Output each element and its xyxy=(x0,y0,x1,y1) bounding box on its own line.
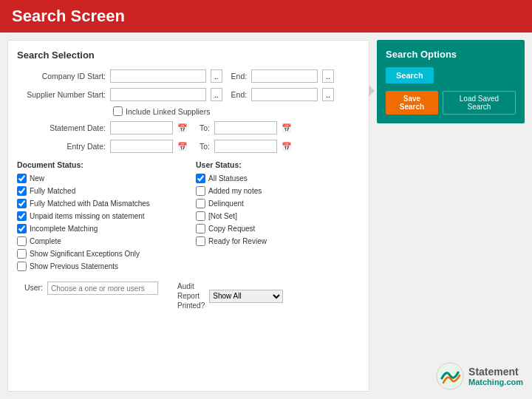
statement-date-label: Statement Date: xyxy=(17,123,106,132)
user-status-all-label: All Statuses xyxy=(208,174,248,183)
user-status-copy-checkbox[interactable] xyxy=(196,224,205,233)
supplier-number-start-input[interactable] xyxy=(110,88,206,101)
company-id-start-dots[interactable]: .. xyxy=(211,69,222,83)
doc-status-fully-matched-label: Fully Matched xyxy=(30,187,75,195)
user-status-notes-label: Added my notes xyxy=(208,187,262,195)
user-status-delinquent: Delinquent xyxy=(196,199,360,208)
user-select-input[interactable] xyxy=(47,282,158,295)
entry-date-row: Entry Date: 📅 To: 📅 xyxy=(17,140,360,153)
user-status-col: User Status: All Statuses Added my notes… xyxy=(196,160,360,274)
supplier-number-end-input[interactable] xyxy=(251,88,318,101)
search-action-buttons: Save Search Load Saved Search xyxy=(386,91,516,115)
user-status-review: Ready for Review xyxy=(196,236,360,246)
search-options-title: Search Options xyxy=(386,49,516,60)
include-linked-label: Include Linked Suppliers xyxy=(126,107,210,116)
doc-status-fully-matched-mismatches-label: Fully Matched with Data Mismatches xyxy=(30,200,150,208)
company-id-end-input[interactable] xyxy=(251,69,318,83)
entry-date-start-calendar-icon[interactable]: 📅 xyxy=(177,142,188,151)
user-status-copy-label: Copy Request xyxy=(208,225,255,233)
user-status-copy: Copy Request xyxy=(196,224,360,233)
statement-date-end-input[interactable] xyxy=(214,121,277,134)
doc-status-significant-label: Show Significant Exceptions Only xyxy=(30,250,140,258)
user-field-label: User: xyxy=(17,282,43,292)
status-section: Document Status: New Fully Matched Fully… xyxy=(17,160,360,274)
doc-status-complete: Complete xyxy=(17,236,181,246)
doc-status-fully-matched-checkbox[interactable] xyxy=(17,186,27,196)
doc-status-new-label: New xyxy=(30,174,44,183)
statement-date-start-input[interactable] xyxy=(110,121,173,134)
doc-status-previous-label: Show Previous Statements xyxy=(30,262,118,270)
user-status-title: User Status: xyxy=(196,160,360,169)
include-linked-checkbox[interactable] xyxy=(113,106,123,116)
user-status-delinquent-label: Delinquent xyxy=(208,200,244,208)
arrow-indicator xyxy=(369,85,375,97)
doc-status-new-checkbox[interactable] xyxy=(17,174,27,183)
logo-statement-text: Statement xyxy=(468,366,523,378)
doc-status-significant-checkbox[interactable] xyxy=(17,249,27,259)
user-status-not-set: [Not Set] xyxy=(196,211,360,221)
doc-status-significant: Show Significant Exceptions Only xyxy=(17,249,181,259)
company-id-row: Company ID Start: .. End: .. xyxy=(17,69,360,83)
logo-matching-text: Matching.com xyxy=(468,378,523,386)
logo-icon xyxy=(436,362,464,390)
statement-date-start-calendar-icon[interactable]: 📅 xyxy=(177,123,188,133)
main-panel: Search Selection Company ID Start: .. En… xyxy=(7,40,369,392)
doc-status-complete-checkbox[interactable] xyxy=(17,236,27,246)
search-options-panel: Search Options Search Save Search Load S… xyxy=(377,40,525,123)
logo-area: Statement Matching.com xyxy=(436,362,523,390)
doc-status-incomplete: Incomplete Matching xyxy=(17,224,181,233)
doc-status-new: New xyxy=(17,174,181,183)
user-status-notes: Added my notes xyxy=(196,186,360,196)
doc-status-previous-checkbox[interactable] xyxy=(17,262,27,271)
user-status-notes-checkbox[interactable] xyxy=(196,186,205,196)
entry-date-end-input[interactable] xyxy=(214,140,277,153)
save-search-button[interactable]: Save Search xyxy=(386,91,438,115)
audit-report-select[interactable]: Show All Yes No xyxy=(209,290,283,303)
document-status-col: Document Status: New Fully Matched Fully… xyxy=(17,160,181,274)
company-id-start-input[interactable] xyxy=(110,69,206,83)
supplier-number-end-dots[interactable]: .. xyxy=(322,88,334,101)
load-saved-search-button[interactable]: Load Saved Search xyxy=(443,91,516,115)
doc-status-unpaid-label: Unpaid items missing on statement xyxy=(30,212,145,220)
doc-status-fully-matched: Fully Matched xyxy=(17,186,181,196)
doc-status-previous: Show Previous Statements xyxy=(17,262,181,271)
doc-status-fully-matched-mismatches-checkbox[interactable] xyxy=(17,199,27,208)
company-id-end-label: End: xyxy=(231,72,248,81)
company-id-start-label: Company ID Start: xyxy=(17,72,106,81)
doc-status-complete-label: Complete xyxy=(30,237,61,245)
entry-date-start-input[interactable] xyxy=(110,140,173,153)
doc-status-unpaid-checkbox[interactable] xyxy=(17,211,27,221)
document-status-title: Document Status: xyxy=(17,160,181,169)
sidebar: Search Options Search Save Search Load S… xyxy=(377,40,525,392)
supplier-number-start-label: Supplier Number Start: xyxy=(17,90,106,99)
supplier-number-end-label: End: xyxy=(231,90,248,99)
doc-status-incomplete-label: Incomplete Matching xyxy=(30,225,98,233)
supplier-number-start-dots[interactable]: .. xyxy=(211,88,222,101)
user-status-all-checkbox[interactable] xyxy=(196,174,205,183)
user-status-review-checkbox[interactable] xyxy=(196,236,205,246)
statement-date-end-calendar-icon[interactable]: 📅 xyxy=(282,123,292,133)
search-button[interactable]: Search xyxy=(386,67,434,83)
user-status-all: All Statuses xyxy=(196,174,360,183)
statement-date-to-label: To: xyxy=(200,123,210,132)
statement-date-row: Statement Date: 📅 To: 📅 xyxy=(17,121,360,134)
audit-section: Audit Report Printed? Show All Yes No xyxy=(177,282,283,310)
user-status-delinquent-checkbox[interactable] xyxy=(196,199,205,208)
doc-status-incomplete-checkbox[interactable] xyxy=(17,224,27,233)
entry-date-end-calendar-icon[interactable]: 📅 xyxy=(282,142,292,151)
supplier-number-row: Supplier Number Start: .. End: .. xyxy=(17,88,360,101)
logo-text-block: Statement Matching.com xyxy=(468,366,523,386)
user-status-review-label: Ready for Review xyxy=(208,237,267,245)
user-status-not-set-label: [Not Set] xyxy=(208,212,237,220)
audit-report-label: Audit Report Printed? xyxy=(177,282,205,310)
header: Search Screen xyxy=(0,0,532,33)
doc-status-fully-matched-mismatches: Fully Matched with Data Mismatches xyxy=(17,199,181,208)
company-id-end-dots[interactable]: .. xyxy=(322,69,334,83)
user-status-not-set-checkbox[interactable] xyxy=(196,211,205,221)
include-linked-row: Include Linked Suppliers xyxy=(113,106,360,116)
page-title: Search Screen xyxy=(12,7,125,26)
user-row: User: Audit Report Printed? Show All Yes… xyxy=(17,282,360,310)
doc-status-unpaid: Unpaid items missing on statement xyxy=(17,211,181,221)
entry-date-to-label: To: xyxy=(200,142,210,151)
entry-date-label: Entry Date: xyxy=(17,142,106,151)
